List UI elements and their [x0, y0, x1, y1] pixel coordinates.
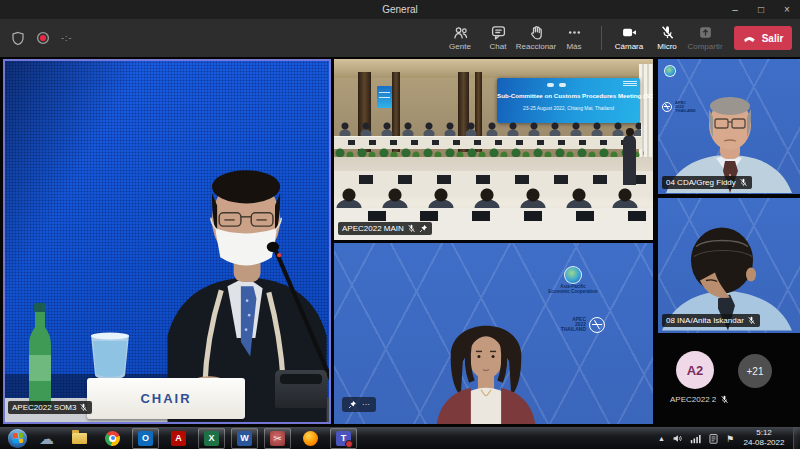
people-button[interactable]: Gente — [441, 20, 479, 56]
taskbar-word[interactable]: W — [231, 428, 258, 449]
mic-muted-icon — [747, 316, 756, 325]
toolbar-buttons: Gente Chat Reaccionar Más — [441, 20, 794, 56]
avatar-initials: A2 — [687, 363, 704, 378]
camera-label: Cámara — [615, 42, 643, 51]
recording-indicator-icon — [36, 31, 50, 45]
facet-ball-icon — [589, 317, 605, 333]
taskbar-clock[interactable]: 5:12 24-08-2022 — [738, 428, 790, 448]
more-options[interactable]: ··· — [362, 400, 370, 409]
apec2022-text-3: THAILAND — [561, 327, 586, 332]
windows-taskbar: ☁ O A X W ✂ — [0, 426, 800, 449]
mic-button[interactable]: Micro — [648, 20, 686, 56]
conference-phone — [275, 370, 327, 408]
raised-hand-icon — [529, 25, 544, 40]
chair-nameplate: CHAIR — [87, 378, 245, 419]
apec-globe-logo-small — [664, 65, 676, 77]
hangup-icon — [743, 32, 756, 45]
taskbar-explorer[interactable] — [66, 428, 93, 449]
standing-attendee — [623, 135, 636, 185]
participant-label-chip: 04 CDA/Greg Fiddy — [662, 176, 752, 189]
taskbar-excel[interactable]: X — [198, 428, 225, 449]
onedrive-icon: ☁ — [39, 431, 54, 446]
chat-label: Chat — [490, 42, 507, 51]
network-icon[interactable] — [690, 433, 701, 444]
react-button[interactable]: Reaccionar — [517, 20, 555, 56]
word-icon: W — [237, 431, 252, 446]
more-icon — [567, 25, 582, 40]
outlook-icon: O — [138, 431, 153, 446]
video-tile-chair[interactable]: CHAIR APEC2022 SOM3 — [3, 59, 331, 424]
share-icon — [698, 25, 713, 40]
close-button[interactable]: × — [774, 0, 800, 19]
more-participants-badge[interactable]: +21 — [738, 354, 772, 388]
speaker-person — [430, 297, 542, 424]
mic-muted-icon — [739, 178, 748, 187]
leave-button[interactable]: Salir — [734, 26, 792, 50]
more-button[interactable]: Más — [555, 20, 593, 56]
show-desktop-button[interactable] — [793, 427, 800, 449]
mic-muted-icon — [720, 395, 729, 404]
participant-label-chip: 08 INA/Anita Iskandar — [662, 314, 760, 327]
share-button[interactable]: Compartir — [686, 20, 724, 56]
video-stage: CHAIR APEC2022 SOM3 — [0, 57, 800, 426]
participant-name: APEC2022 SOM3 — [12, 403, 76, 412]
avatar[interactable]: A2 — [676, 351, 714, 389]
participant-label-chip: APEC2022 MAIN — [338, 222, 432, 235]
mic-muted-icon — [660, 25, 675, 40]
banner-subtitle: 23-25 August 2022, Chiang Mai, Thailand — [497, 106, 640, 112]
overflow-participants[interactable]: A2 +21 APEC2022 2 — [658, 337, 800, 426]
video-tile-room[interactable]: Sub-Committee on Customs Procedures Meet… — [334, 59, 653, 240]
taskbar-chrome[interactable] — [99, 428, 126, 449]
meeting-toolbar: -:- Gente Chat Reacci — [0, 19, 800, 57]
participant-label-chip: APEC2022 SOM3 — [8, 401, 92, 414]
pin-options-chip[interactable]: ··· — [342, 397, 376, 412]
camera-button[interactable]: Cámara — [610, 20, 648, 56]
banner-corner-text — [623, 81, 637, 87]
side-display — [377, 86, 392, 108]
camera-icon — [622, 25, 637, 40]
meeting-timer: -:- — [61, 33, 73, 43]
title-bar: General – □ × — [0, 0, 800, 19]
leave-label: Salir — [762, 33, 784, 44]
chat-button[interactable]: Chat — [479, 20, 517, 56]
teams-icon: T — [336, 431, 351, 446]
volume-icon[interactable] — [672, 433, 683, 444]
system-tray: ▲ ⚑ — [658, 427, 734, 449]
people-label: Gente — [449, 42, 471, 51]
banner-title: Sub-Committee on Customs Procedures Meet… — [497, 92, 640, 99]
toolbar-divider — [601, 26, 602, 50]
meeting-banner: Sub-Committee on Customs Procedures Meet… — [497, 78, 640, 123]
maximize-button[interactable]: □ — [748, 0, 774, 19]
taskbar-onedrive[interactable]: ☁ — [33, 428, 60, 449]
participant-name: 08 INA/Anita Iskandar — [666, 316, 744, 325]
windows-flag-icon — [12, 433, 23, 444]
minimize-button[interactable]: – — [722, 0, 748, 19]
participant-name: APEC2022 2 — [670, 395, 716, 404]
chrome-icon — [105, 431, 120, 446]
video-tile-anita[interactable]: 08 INA/Anita Iskandar — [658, 198, 800, 333]
mic-label: Micro — [657, 42, 677, 51]
participant-label: APEC2022 2 — [670, 395, 729, 404]
taskbar-acrobat[interactable]: A — [165, 428, 192, 449]
show-hidden-icons[interactable]: ▲ — [658, 435, 665, 442]
acrobat-icon: A — [171, 431, 186, 446]
clock-date: 24-08-2022 — [738, 438, 790, 448]
apec-globe-logo: Asia-Pacific Economic Cooperation — [560, 266, 586, 305]
video-tile-greg[interactable]: APEC 2022 THAILAND — [658, 59, 800, 194]
taskbar-teams[interactable]: T — [330, 428, 357, 449]
folder-icon — [72, 433, 87, 444]
taskbar-firefox[interactable] — [297, 428, 324, 449]
excel-icon: X — [204, 431, 219, 446]
input-indicator-icon[interactable] — [708, 433, 719, 444]
pin-icon — [348, 400, 357, 409]
firefox-icon — [303, 431, 318, 446]
window-controls: – □ × — [722, 0, 800, 19]
more-label: Más — [566, 42, 581, 51]
video-tile-speaker[interactable]: Asia-Pacific Economic Cooperation APEC 2… — [334, 243, 653, 424]
action-center-flag-icon[interactable]: ⚑ — [726, 434, 734, 444]
apec-org-text-2: Economic Cooperation — [543, 289, 603, 294]
taskbar-outlook[interactable]: O — [132, 428, 159, 449]
taskbar-snipping-tool[interactable]: ✂ — [264, 428, 291, 449]
chat-icon — [491, 25, 506, 40]
start-button[interactable] — [8, 429, 27, 448]
